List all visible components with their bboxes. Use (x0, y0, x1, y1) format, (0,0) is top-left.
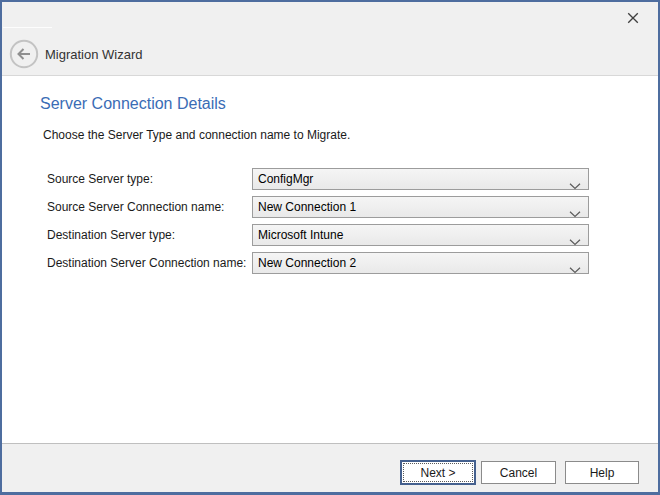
cancel-button[interactable]: Cancel (481, 461, 556, 484)
source-connection-name-label: Source Server Connection name: (47, 196, 224, 218)
back-button[interactable] (9, 39, 39, 69)
source-server-type-label: Source Server type: (47, 168, 153, 190)
instruction-text: Choose the Server Type and connection na… (43, 128, 350, 142)
wizard-page-content: Server Connection Details Choose the Ser… (2, 77, 658, 443)
chevron-down-icon (569, 232, 581, 239)
dropdown-selected-value: Microsoft Intune (258, 225, 343, 245)
chevron-down-icon (569, 176, 581, 183)
close-button[interactable] (620, 6, 646, 32)
dropdown-selected-value: ConfigMgr (258, 169, 313, 189)
migration-wizard-window: Migration Wizard Server Connection Detai… (0, 0, 660, 495)
wizard-footer: Next > Cancel Help (2, 443, 658, 492)
dropdown-selected-value: New Connection 1 (258, 197, 356, 217)
destination-server-type-dropdown[interactable]: Microsoft Intune (252, 224, 589, 246)
page-heading: Server Connection Details (40, 95, 226, 113)
destination-connection-name-dropdown[interactable]: New Connection 2 (252, 252, 589, 274)
back-arrow-icon (9, 57, 39, 72)
caption-highlight-line (3, 27, 52, 28)
source-connection-name-dropdown[interactable]: New Connection 1 (252, 196, 589, 218)
chevron-down-icon (569, 260, 581, 267)
close-icon (626, 11, 640, 28)
form-row-destination-connection-name: Destination Server Connection name: New … (2, 252, 658, 274)
form-row-source-connection-name: Source Server Connection name: New Conne… (2, 196, 658, 218)
source-server-type-dropdown[interactable]: ConfigMgr (252, 168, 589, 190)
destination-connection-name-label: Destination Server Connection name: (47, 252, 246, 274)
next-button[interactable]: Next > (400, 460, 476, 485)
wizard-title: Migration Wizard (45, 46, 143, 63)
chevron-down-icon (569, 204, 581, 211)
form-row-destination-server-type: Destination Server type: Microsoft Intun… (2, 224, 658, 246)
next-button-focus-ring: Next > (403, 463, 473, 482)
help-button[interactable]: Help (565, 461, 639, 484)
wizard-header: Migration Wizard (2, 2, 658, 76)
form-row-source-server-type: Source Server type: ConfigMgr (2, 168, 658, 190)
dropdown-selected-value: New Connection 2 (258, 253, 356, 273)
destination-server-type-label: Destination Server type: (47, 224, 175, 246)
